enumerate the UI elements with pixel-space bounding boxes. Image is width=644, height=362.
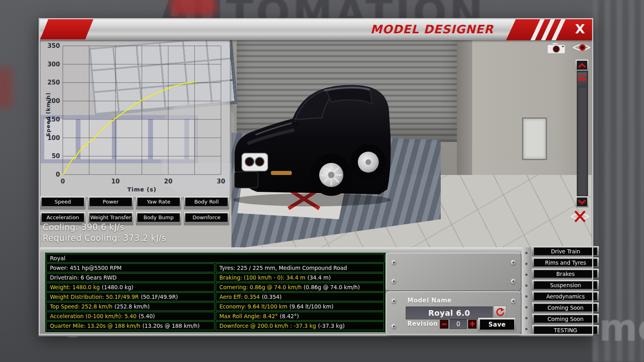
title-bar: MODEL DESIGNER X	[39, 18, 593, 40]
table-row: Acceleration (0-100 km/h): 5.40(5.40)Max…	[46, 312, 384, 321]
screw	[511, 279, 516, 284]
required-cooling-value: Required Cooling: 373.2 kJ/s	[43, 233, 166, 244]
car-rear-hub	[365, 159, 371, 165]
background-red-car-blur	[171, 0, 216, 16]
model-header-row: Royal	[46, 254, 384, 263]
revision-decrement-button[interactable]: −	[440, 319, 449, 329]
stat-paren: (1480.0 kg)	[102, 284, 133, 290]
camera-icon[interactable]	[547, 41, 567, 56]
graph-button-label: Power	[89, 197, 132, 206]
y-axis-label: Speed (km/h)	[45, 82, 51, 147]
stat-paren: (34.4 m)	[308, 274, 331, 281]
chevron-down-icon	[577, 197, 587, 206]
scroll-up-button[interactable]	[576, 60, 588, 71]
x-axis-tick: 30	[215, 178, 227, 185]
stat-paren: (5.40)	[138, 313, 155, 319]
stat-text: Max Roll Angle: 8.42°	[219, 313, 278, 319]
speed-time-chart	[41, 41, 230, 197]
graph-button-downforce[interactable]: Downforce	[184, 212, 229, 225]
stat-cell: Weight: 1480.0 kg(1480.0 kg)	[46, 283, 215, 292]
stat-text: Drivetrain: 6 Gears RWD	[50, 274, 117, 281]
table-row: Power: 451 hp@5500 RPMTyres: 225 / 225 m…	[46, 263, 384, 272]
car-headlight-left	[245, 157, 254, 166]
stats-rows: Power: 451 hp@5500 RPMTyres: 225 / 225 m…	[46, 263, 384, 330]
close-button[interactable]: X	[569, 18, 591, 40]
side-button-suspension[interactable]: Suspension	[532, 280, 599, 290]
side-button-drive-train[interactable]: Drive Train	[532, 246, 599, 256]
stat-cell: Tyres: 225 / 225 mm, Medium Compound Roa…	[216, 263, 384, 272]
model-name-label: Model Name	[407, 297, 452, 304]
stat-cell: Braking: (100 km/h - 0): 34.4 m(34.4 m)	[216, 273, 384, 282]
side-button-coming-soon[interactable]: Coming Soon	[532, 314, 599, 323]
revision-value: 0	[450, 319, 467, 329]
stat-paren: (-37.3 kg)	[318, 323, 345, 329]
y-axis-tick: 350	[43, 42, 60, 49]
side-button-brakes[interactable]: Brakes	[532, 269, 599, 278]
graph-button-label: Downforce	[185, 213, 228, 222]
side-button-label: Aerodynamics	[534, 292, 597, 300]
graph-button-label: Weight Transfer	[89, 213, 132, 222]
screw	[511, 298, 516, 304]
graph-button-label: Body Roll	[185, 197, 228, 206]
stat-cell: Quarter Mile: 13.20s @ 188 km/h(13.20s @…	[46, 321, 215, 330]
save-button[interactable]: Save	[478, 318, 515, 331]
side-button-label: Brakes	[534, 270, 597, 278]
revision-label: Revision	[407, 320, 438, 327]
stat-text: Weight: 1480.0 kg	[50, 284, 100, 290]
scrollbar-track[interactable]	[577, 71, 588, 197]
window-title: MODEL DESIGNER	[370, 18, 493, 40]
graph-button-label: Body Bump	[137, 213, 180, 222]
side-button-aerodynamics[interactable]: Aerodynamics	[532, 291, 599, 301]
stat-cell: Aero Eff: 0.354(0.354)	[216, 292, 384, 301]
garage-3d-viewport[interactable]: 050100150200250300350 0102030 Speed (km/…	[40, 40, 592, 247]
graph-button-power[interactable]: Power	[88, 196, 133, 209]
stat-paren: (252.8 km/h)	[114, 303, 150, 310]
graph-button-body-roll[interactable]: Body Roll	[184, 196, 229, 209]
telemetry-graph-panel: 050100150200250300350 0102030 Speed (km/…	[40, 40, 230, 198]
viewport-scrollbar	[576, 60, 588, 71]
x-axis-label: Time (s)	[63, 186, 221, 193]
stat-cell: Cornering: 0.86g @ 74.0 km/h(0.86g @ 74.…	[216, 283, 384, 292]
table-row: Drivetrain: 6 Gears RWDBraking: (100 km/…	[46, 273, 384, 282]
stat-paren: (13.20s @ 188 km/h)	[142, 323, 200, 329]
background-red-blur	[0, 68, 12, 108]
stat-paren: (0.354)	[262, 294, 281, 300]
car-model[interactable]	[231, 74, 392, 207]
visibility-eye-icon[interactable]	[572, 42, 591, 55]
graph-selector-buttons: SpeedPowerYaw RateBody RollAccelerationW…	[40, 196, 229, 225]
car-grille	[235, 172, 258, 188]
reset-circular-arrow-icon[interactable]	[493, 306, 506, 319]
stat-paren: (50.1F/49.9R)	[141, 294, 178, 300]
stat-text: Downforce @ 200.0 km/h : -37.3 kg	[219, 323, 316, 329]
hide-crossed-eye-icon[interactable]	[570, 209, 590, 225]
graph-button-label: Speed	[41, 197, 84, 206]
revision-increment-button[interactable]: +	[468, 319, 477, 329]
scrollbar-thumb[interactable]	[578, 72, 586, 88]
stat-text: Acceleration (0-100 km/h): 5.40	[50, 313, 136, 319]
side-button-testing[interactable]: TESTING	[532, 325, 599, 335]
table-row: Weight: 1480.0 kg(1480.0 kg)Cornering: 0…	[46, 283, 384, 292]
side-button-label: TESTING	[534, 326, 597, 334]
garage-wall-window	[522, 117, 547, 160]
design-section-buttons: Drive TrainRims and TyresBrakesSuspensio…	[532, 246, 599, 336]
side-button-rims-and-tyres[interactable]: Rims and Tyres	[532, 257, 599, 267]
stat-paren: (0.86g @ 74.0 km/h)	[303, 284, 360, 290]
stat-cell: Acceleration (0-100 km/h): 5.40(5.40)	[46, 312, 215, 321]
side-button-label: Suspension	[534, 281, 597, 289]
model-designer-window: MODEL DESIGNER X	[39, 18, 593, 335]
stat-cell: Power: 451 hp@5500 RPM	[46, 263, 215, 272]
screw	[391, 260, 396, 265]
vehicle-stats-table: Royal Power: 451 hp@5500 RPMTyres: 225 /…	[45, 253, 386, 332]
garage-corner	[457, 40, 472, 180]
y-axis-tick: 300	[43, 61, 60, 68]
stat-text: Economy: 9.64 lt/100 km	[219, 303, 287, 310]
x-axis-tick: 20	[162, 178, 174, 185]
stat-cell: Economy: 9.64 lt/100 km(9.64 lt/100 km)	[216, 302, 384, 311]
stat-cell: Downforce @ 200.0 km/h : -37.3 kg(-37.3 …	[216, 321, 384, 330]
side-button-coming-soon[interactable]: Coming Soon	[532, 302, 599, 312]
stat-cell: Drivetrain: 6 Gears RWD	[46, 273, 215, 282]
scroll-down-button[interactable]	[576, 196, 588, 208]
side-button-label: Coming Soon	[534, 304, 597, 312]
graph-button-yaw-rate[interactable]: Yaw Rate	[136, 196, 181, 209]
graph-button-speed[interactable]: Speed	[40, 196, 85, 209]
